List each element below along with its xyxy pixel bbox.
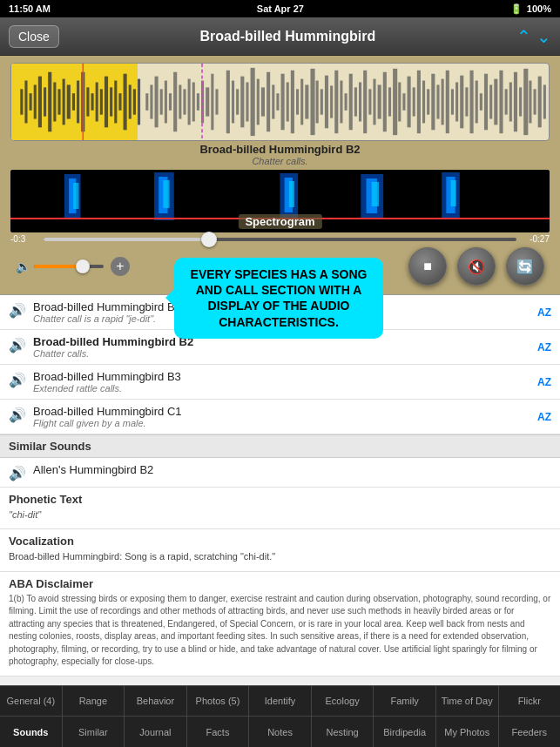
nav-down-arrow[interactable]: ⌄ bbox=[536, 26, 551, 47]
svg-rect-22 bbox=[124, 74, 127, 131]
tab-family[interactable]: Family bbox=[374, 686, 436, 716]
battery-pct: 100% bbox=[527, 3, 551, 14]
svg-rect-69 bbox=[354, 87, 357, 116]
svg-rect-81 bbox=[413, 87, 415, 116]
svg-rect-84 bbox=[427, 89, 429, 114]
svg-rect-108 bbox=[543, 84, 546, 118]
svg-rect-55 bbox=[287, 83, 289, 122]
vocalization-section: Vocalization Broad-billed Hummingbird: S… bbox=[0, 529, 560, 571]
tab-my-photos[interactable]: My Photos bbox=[436, 717, 499, 747]
svg-rect-44 bbox=[232, 81, 234, 124]
tab-time-of-day[interactable]: Time of Day bbox=[436, 686, 499, 716]
svg-rect-6 bbox=[48, 72, 51, 131]
add-button[interactable]: + bbox=[111, 257, 130, 276]
svg-rect-63 bbox=[325, 76, 328, 129]
volume-track[interactable] bbox=[34, 265, 104, 268]
item-title: Broad-billed Hummingbird B3 bbox=[33, 370, 551, 383]
tab-nesting[interactable]: Nesting bbox=[312, 717, 374, 747]
az-label[interactable]: AZ bbox=[537, 341, 551, 353]
az-label[interactable]: AZ bbox=[537, 306, 551, 319]
tab-identify[interactable]: Identify bbox=[249, 686, 312, 716]
tab-row-2: SoundsSimilarJournalFactsNotesNestingBir… bbox=[0, 717, 560, 747]
svg-rect-12 bbox=[77, 81, 79, 124]
nav-bar: Close Broad-billed Hummingbird ⌃ ⌄ bbox=[0, 17, 560, 56]
tab-ecology[interactable]: Ecology bbox=[312, 686, 374, 716]
tab-flickr[interactable]: Flickr bbox=[499, 686, 561, 716]
az-label[interactable]: AZ bbox=[537, 376, 551, 388]
svg-rect-95 bbox=[480, 93, 482, 111]
svg-rect-48 bbox=[251, 68, 255, 136]
svg-rect-116 bbox=[163, 180, 169, 208]
tab-photos-5[interactable]: Photos (5) bbox=[187, 686, 250, 716]
svg-rect-92 bbox=[465, 87, 468, 116]
svg-rect-53 bbox=[276, 93, 279, 111]
close-button[interactable]: Close bbox=[9, 25, 59, 48]
similar-sound-item[interactable]: 🔊 Allen's Hummingbird B2 bbox=[0, 458, 560, 488]
svg-rect-71 bbox=[363, 71, 367, 133]
mute-button[interactable]: 🔇 bbox=[457, 247, 496, 286]
svg-rect-1 bbox=[24, 81, 27, 124]
svg-rect-67 bbox=[345, 93, 347, 111]
phonetic-section: Phonetic Text "chi-dit" bbox=[0, 488, 560, 529]
time-end: -0:27 bbox=[522, 234, 550, 244]
svg-rect-101 bbox=[509, 83, 512, 122]
sound-item-b3[interactable]: 🔊 Broad-billed Hummingbird B3 Extended r… bbox=[0, 365, 560, 400]
svg-rect-34 bbox=[179, 84, 181, 118]
svg-rect-52 bbox=[272, 84, 274, 118]
waveform-container[interactable] bbox=[10, 63, 550, 141]
stop-button[interactable]: ■ bbox=[408, 247, 447, 286]
speaker-icon[interactable]: 🔊 bbox=[9, 302, 26, 319]
svg-rect-16 bbox=[96, 83, 98, 122]
svg-rect-41 bbox=[211, 74, 213, 131]
tab-feeders[interactable]: Feeders bbox=[499, 717, 561, 747]
nav-up-arrow[interactable]: ⌃ bbox=[516, 26, 531, 47]
az-label[interactable]: AZ bbox=[537, 411, 551, 423]
svg-rect-119 bbox=[289, 181, 294, 207]
speaker-icon[interactable]: 🔊 bbox=[9, 407, 26, 423]
svg-rect-17 bbox=[100, 89, 103, 114]
scrubber-track[interactable] bbox=[44, 238, 516, 241]
tab-birdipedia[interactable]: Birdipedia bbox=[374, 717, 436, 747]
tab-journal[interactable]: Journal bbox=[125, 717, 187, 747]
speaker-icon[interactable]: 🔊 bbox=[9, 465, 26, 481]
svg-rect-58 bbox=[300, 79, 303, 125]
svg-rect-37 bbox=[192, 83, 195, 122]
svg-rect-7 bbox=[53, 83, 56, 122]
scrubber-thumb[interactable] bbox=[201, 232, 217, 247]
speaker-icon[interactable]: 🔊 bbox=[9, 372, 26, 388]
svg-rect-102 bbox=[514, 72, 517, 131]
svg-rect-72 bbox=[368, 89, 371, 114]
aba-body: 1(b) To avoid stressing birds or exposin… bbox=[9, 593, 551, 669]
svg-rect-46 bbox=[240, 77, 244, 128]
svg-rect-90 bbox=[455, 83, 458, 122]
svg-rect-61 bbox=[316, 81, 319, 124]
svg-rect-94 bbox=[476, 81, 478, 124]
tab-similar[interactable]: Similar bbox=[63, 717, 125, 747]
svg-rect-8 bbox=[57, 89, 60, 114]
item-subtitle: Chatter calls. bbox=[33, 348, 551, 359]
spectrogram-container[interactable]: Spectrogram bbox=[10, 170, 550, 232]
item-content: Broad-billed Hummingbird B2 Chatter call… bbox=[33, 335, 551, 359]
speaker-icon[interactable]: 🔊 bbox=[9, 337, 26, 353]
waveform-svg bbox=[11, 64, 549, 140]
tab-behavior[interactable]: Behavior bbox=[125, 686, 187, 716]
tab-facts[interactable]: Facts bbox=[187, 717, 250, 747]
svg-rect-59 bbox=[305, 84, 308, 118]
svg-rect-2 bbox=[30, 93, 32, 111]
svg-rect-38 bbox=[197, 93, 199, 111]
tab-range[interactable]: Range bbox=[63, 686, 125, 716]
loop-button[interactable]: 🔄 bbox=[506, 247, 544, 286]
svg-rect-66 bbox=[340, 81, 342, 124]
tab-sounds[interactable]: Sounds bbox=[0, 717, 63, 747]
tab-bar: General (4)RangeBehaviorPhotos (5)Identi… bbox=[0, 685, 560, 747]
sound-item-c1[interactable]: 🔊 Broad-billed Hummingbird C1 Flight cal… bbox=[0, 400, 560, 434]
svg-rect-35 bbox=[183, 89, 186, 114]
tab-general-4[interactable]: General (4) bbox=[0, 686, 63, 716]
svg-rect-57 bbox=[296, 89, 299, 114]
time-start: -0:3 bbox=[10, 234, 38, 244]
nav-arrows: ⌃ ⌄ bbox=[516, 26, 551, 47]
svg-rect-27 bbox=[145, 93, 148, 111]
tab-notes[interactable]: Notes bbox=[249, 717, 312, 747]
svg-rect-31 bbox=[165, 81, 167, 124]
volume-thumb[interactable] bbox=[76, 259, 90, 273]
